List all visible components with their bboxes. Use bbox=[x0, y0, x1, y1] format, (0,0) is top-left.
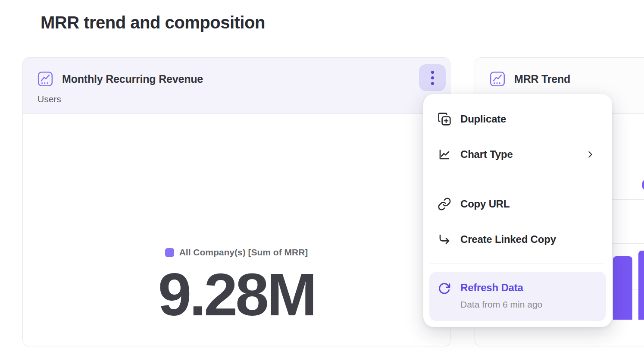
refresh-icon bbox=[438, 282, 451, 295]
card-subtitle: Users bbox=[38, 94, 61, 104]
refresh-data-sublabel: Data from 6 min ago bbox=[460, 299, 542, 310]
refresh-data-label: Refresh Data bbox=[460, 282, 523, 294]
gridline bbox=[484, 334, 644, 334]
context-menu: Duplicate Chart Type bbox=[423, 94, 612, 327]
menu-item-chart-type[interactable]: Chart Type bbox=[423, 137, 612, 172]
page-title: MRR trend and composition bbox=[41, 13, 265, 32]
menu-item-label: Copy URL bbox=[460, 198, 510, 210]
dashboard: MRR trend and composition Monthly Recurr… bbox=[0, 0, 644, 352]
menu-item-duplicate[interactable]: Duplicate bbox=[423, 101, 612, 137]
big-number-body: All Company(s) [Sum of MRR] 9.28M bbox=[23, 114, 450, 346]
duplicate-icon bbox=[438, 112, 451, 126]
legend-swatch bbox=[165, 248, 174, 257]
legend: All Company(s) [Sum of MRR] bbox=[23, 247, 450, 258]
line-chart-widget-icon bbox=[37, 71, 53, 87]
menu-item-label: Duplicate bbox=[460, 113, 506, 125]
kebab-dot bbox=[431, 82, 434, 85]
menu-item-label: Create Linked Copy bbox=[460, 233, 556, 245]
menu-item-copy-url[interactable]: Copy URL bbox=[423, 186, 612, 222]
legend-swatch bbox=[642, 180, 644, 190]
line-chart-widget-icon bbox=[489, 71, 506, 87]
corner-down-right-icon bbox=[438, 233, 451, 246]
big-number-value: 9.28M bbox=[23, 264, 450, 325]
card-header: Monthly Recurring Revenue Users bbox=[23, 58, 450, 114]
menu-item-label: Chart Type bbox=[460, 148, 513, 160]
bar[interactable] bbox=[638, 251, 644, 320]
kebab-dot bbox=[431, 71, 434, 74]
menu-item-refresh-data[interactable]: Refresh Data Data from 6 min ago bbox=[429, 272, 606, 321]
kebab-menu-button[interactable] bbox=[419, 64, 446, 91]
kebab-dot bbox=[431, 76, 434, 79]
card-title: MRR Trend bbox=[514, 73, 570, 85]
mrr-big-number-card: Monthly Recurring Revenue Users All Comp… bbox=[22, 57, 450, 346]
card-title: Monthly Recurring Revenue bbox=[62, 73, 203, 85]
chart-type-icon bbox=[438, 148, 451, 161]
link-icon bbox=[438, 197, 451, 211]
legend-label: All Company(s) [Sum of MRR] bbox=[179, 247, 308, 258]
menu-item-create-linked-copy[interactable]: Create Linked Copy bbox=[423, 222, 612, 257]
bar[interactable] bbox=[613, 256, 632, 320]
chevron-right-icon bbox=[585, 150, 595, 159]
menu-divider bbox=[430, 177, 605, 177]
menu-divider bbox=[430, 264, 605, 264]
